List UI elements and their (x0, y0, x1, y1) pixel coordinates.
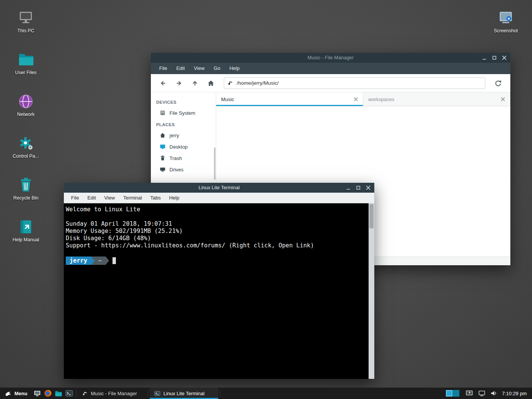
desktop-icon-label: This PC (8, 28, 43, 33)
terminal-scrollbar[interactable] (369, 203, 374, 379)
volume-icon[interactable] (491, 390, 497, 396)
home-button[interactable] (204, 77, 218, 90)
back-arrow-icon (159, 79, 167, 87)
maximize-button[interactable] (356, 185, 361, 190)
sidebar-item-trash[interactable]: Trash (151, 152, 216, 164)
terminal-titlebar[interactable]: Linux Lite Terminal (64, 183, 374, 193)
menu-tabs[interactable]: Tabs (146, 193, 165, 203)
menu-go[interactable]: Go (209, 63, 225, 74)
menu-help[interactable]: Help (225, 63, 244, 74)
system-tray (466, 390, 497, 397)
workspace-2[interactable] (453, 390, 459, 396)
desktop-icon-network[interactable]: Network (8, 93, 43, 117)
up-button[interactable] (188, 77, 202, 90)
terminal-body[interactable]: Welcome to Linux Lite Sunday 01 April 20… (64, 203, 374, 379)
sidebar-item-drives[interactable]: Drives (151, 164, 216, 175)
menu-view[interactable]: View (100, 193, 119, 203)
desktop-icon-screenshot[interactable]: Screenshot (488, 10, 523, 33)
reload-icon (494, 79, 502, 87)
desktop-icon-control-panel[interactable]: Control Pa... (8, 135, 43, 159)
task-file-manager[interactable]: Music - File Manager (78, 388, 146, 399)
close-tab-icon[interactable] (501, 97, 505, 101)
show-desktop-button[interactable] (32, 388, 43, 399)
path-bar[interactable]: /home/jerry/Music/ (224, 78, 485, 89)
computer-icon (17, 10, 34, 26)
menu-button[interactable]: Menu (0, 388, 32, 399)
tab-workspaces[interactable]: workspaces (363, 92, 510, 106)
clock[interactable]: 7:10:29 pm (502, 391, 527, 396)
music-note-icon (82, 391, 88, 396)
display-tray-icon[interactable] (478, 390, 486, 397)
tab-label: Music (221, 97, 234, 102)
desktop-icon-recycle-bin[interactable]: Recycle Bin (8, 177, 43, 201)
terminal-launcher[interactable] (64, 388, 74, 399)
workspace-1[interactable] (446, 390, 453, 396)
desktop-icon-label: Network (8, 112, 43, 117)
sidebar-item-home[interactable]: jerry (151, 130, 216, 141)
terminal-line (66, 213, 369, 220)
places-header: PLACES (151, 119, 216, 130)
terminal-window: Linux Lite Terminal File Edit View Termi… (64, 183, 374, 379)
globe-icon (17, 93, 34, 110)
sidebar-scrollbar[interactable] (214, 147, 215, 180)
prompt-path: ~ (95, 256, 106, 265)
trash-icon (160, 155, 166, 161)
menu-terminal[interactable]: Terminal (119, 193, 146, 203)
menu-edit[interactable]: Edit (172, 63, 189, 74)
tab-music[interactable]: Music (216, 92, 363, 106)
screenshot-icon (497, 10, 514, 26)
firefox-launcher[interactable] (43, 388, 53, 399)
path-text: /home/jerry/Music/ (237, 80, 279, 86)
window-title: Linux Lite Terminal (64, 183, 374, 193)
forward-button[interactable] (172, 77, 186, 90)
menu-view[interactable]: View (189, 63, 209, 74)
close-tab-icon[interactable] (354, 97, 358, 101)
scrollbar-thumb[interactable] (369, 204, 374, 228)
desktop-icon-user-files[interactable]: User Files (8, 51, 43, 75)
terminal-line: Sunday 01 April 2018, 19:07:31 (66, 220, 369, 228)
file-manager-titlebar[interactable]: Music - File Manager (151, 53, 510, 63)
home-icon (160, 132, 166, 138)
minimize-button[interactable] (482, 55, 487, 60)
taskbar-separator (148, 390, 148, 397)
close-button[interactable] (502, 55, 507, 60)
close-button[interactable] (366, 185, 370, 190)
file-manager-tabbar: Music workspaces (216, 92, 510, 106)
menu-file[interactable]: File (155, 63, 172, 74)
menu-help[interactable]: Help (165, 193, 184, 203)
sidebar-item-file-system[interactable]: File System (151, 107, 216, 119)
task-terminal[interactable]: Linux Lite Terminal (150, 388, 218, 399)
terminal-prompt: jerry ~ (66, 256, 369, 265)
desktop-icon-label: Recycle Bin (8, 195, 43, 201)
sidebar-item-label: File System (169, 110, 195, 116)
terminal-screen[interactable]: Welcome to Linux Lite Sunday 01 April 20… (64, 203, 369, 379)
screen-share-tray-icon[interactable] (466, 390, 473, 397)
sidebar-item-desktop[interactable]: Desktop (151, 141, 216, 152)
minimize-button[interactable] (346, 185, 351, 190)
file-manager-launcher[interactable] (53, 388, 64, 399)
desktop-icon-help-manual[interactable]: Help Manual (8, 218, 43, 242)
maximize-button[interactable] (492, 55, 497, 60)
devices-header: DEVICES (151, 96, 216, 107)
desktop-icon (33, 390, 41, 397)
taskbar: Menu Music - File Manager Linux Lite Ter… (0, 388, 532, 399)
workspace-pager[interactable] (446, 390, 459, 397)
drives-icon (160, 166, 166, 173)
trash-icon (17, 177, 34, 193)
prompt-arrow-icon (106, 256, 109, 265)
desktop-icon-label: Control Pa... (8, 154, 43, 159)
taskbar-separator (76, 390, 76, 397)
menu-edit[interactable]: Edit (83, 193, 100, 203)
drive-icon (160, 110, 166, 116)
sidebar-item-label: Trash (169, 155, 182, 161)
prompt-user: jerry (66, 256, 91, 265)
desktop-icon-this-pc[interactable]: This PC (8, 10, 43, 33)
reload-button[interactable] (491, 77, 505, 90)
menu-file[interactable]: File (67, 193, 83, 203)
terminal-line: Support - https://www.linuxliteos.com/fo… (66, 242, 369, 249)
terminal-icon (154, 391, 160, 396)
prompt-arrow-icon (91, 256, 95, 265)
back-button[interactable] (156, 77, 170, 90)
up-arrow-icon (191, 79, 199, 87)
sidebar-item-label: Drives (169, 167, 184, 173)
